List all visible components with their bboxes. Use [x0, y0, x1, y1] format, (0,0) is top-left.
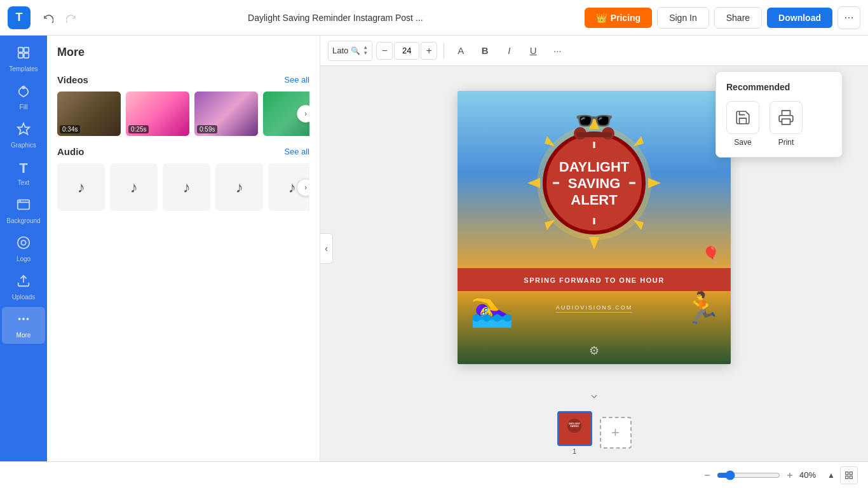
sidebar-item-uploads[interactable]: Uploads	[2, 269, 45, 306]
svg-text:DAYLIGHT: DAYLIGHT	[569, 423, 581, 425]
sidebar-item-more[interactable]: More	[2, 307, 45, 344]
sidebar-item-text[interactable]: T Text	[2, 155, 45, 191]
audio-carousel-next[interactable]: ›	[297, 179, 309, 196]
svg-rect-37	[782, 119, 790, 125]
font-arrow-down: ▼	[363, 51, 368, 56]
uploads-icon	[17, 274, 31, 291]
redo-button[interactable]	[61, 8, 81, 28]
videos-section-header: Videos See all	[57, 74, 309, 85]
zoom-plus-icon	[785, 471, 794, 480]
header-more-button[interactable]: ···	[837, 6, 860, 29]
logo-icon	[17, 236, 31, 253]
svg-rect-41	[846, 471, 848, 474]
text-icon: T	[19, 160, 27, 177]
page-thumb-1[interactable]: DAYLIGHT SAVING	[557, 411, 592, 446]
sidebar-item-background[interactable]: Background	[2, 193, 45, 229]
chevron-down-bar[interactable]	[320, 389, 868, 404]
fill-icon	[17, 84, 31, 101]
panel-content: Videos See all 0:34s 0:25s 0:59s	[47, 64, 320, 461]
character-right: 🏃	[683, 290, 721, 326]
audio-item-3[interactable]: ♪	[163, 163, 210, 211]
zoom-controls: 40% ▲	[703, 470, 835, 480]
audio-see-all[interactable]: See all	[284, 147, 309, 156]
video-thumb-1[interactable]: 0:34s	[57, 92, 121, 136]
svg-point-12	[27, 318, 29, 320]
save-option[interactable]: Save	[726, 101, 759, 147]
pricing-button[interactable]: 👑 Pricing	[585, 8, 652, 28]
page-1-number: 1	[573, 447, 576, 455]
svg-point-7	[18, 237, 29, 248]
main-area: Templates Fill Graphics T Text Backgroun…	[0, 36, 868, 461]
page-1-container: DAYLIGHT SAVING 1	[557, 411, 592, 455]
svg-text:SAVING: SAVING	[568, 175, 621, 191]
header: T Daylight Saving Reminder Instagram Pos…	[0, 0, 868, 36]
sidebar-item-templates[interactable]: Templates	[2, 41, 45, 78]
app-logo[interactable]: T	[8, 6, 31, 29]
zoom-up-button[interactable]: ▲	[827, 471, 835, 480]
zoom-minus-icon	[703, 471, 712, 480]
svg-point-8	[21, 240, 25, 245]
sidebar-item-logo[interactable]: Logo	[2, 231, 45, 268]
text-format-a[interactable]: A	[451, 41, 471, 61]
font-size-decrease[interactable]: −	[376, 42, 393, 60]
design-canvas[interactable]: 🕶️	[458, 91, 731, 364]
sidebar-item-background-label: Background	[6, 217, 40, 224]
audio-grid: ♪ ♪ ♪ ♪ ♪ ›	[57, 163, 309, 211]
collapse-icon: ‹	[325, 243, 328, 254]
zoom-slider[interactable]	[717, 470, 780, 480]
pages-strip: DAYLIGHT SAVING 1 +	[320, 404, 868, 461]
video-thumb-3[interactable]: 0:59s	[194, 92, 258, 136]
font-selector[interactable]: Lato 🔍 ▲ ▼	[328, 41, 372, 61]
panel-title: More	[47, 36, 320, 64]
videos-carousel-next[interactable]: ›	[297, 105, 309, 123]
audio-item-2[interactable]: ♪	[110, 163, 158, 211]
font-size-controls: − +	[376, 42, 437, 60]
video-thumb-2[interactable]: 0:25s	[126, 92, 189, 136]
font-size-input[interactable]	[394, 42, 419, 60]
save-icon-wrap	[726, 101, 759, 134]
svg-text:ALERT: ALERT	[571, 192, 618, 208]
recommended-title: Recommended	[726, 82, 832, 92]
text-toolbar: Lato 🔍 ▲ ▼ − + A B I U ···	[320, 36, 868, 66]
sidebar-item-fill[interactable]: Fill	[2, 79, 45, 116]
sidebar-item-logo-label: Logo	[17, 255, 31, 262]
share-button[interactable]: Share	[714, 7, 762, 29]
undo-button[interactable]	[38, 8, 58, 28]
undo-redo-group	[38, 8, 81, 28]
more-panel: More Videos See all 0:34s 0:25s	[47, 36, 320, 461]
toolbar-divider-1	[444, 43, 444, 58]
header-actions: 👑 Pricing Sign In Share Download ···	[585, 6, 860, 29]
text-bold-button[interactable]: B	[475, 41, 495, 61]
canvas-gear-icon[interactable]: ⚙	[589, 344, 599, 358]
print-option[interactable]: Print	[770, 101, 803, 147]
sidebar-item-more-label: More	[17, 332, 31, 339]
toolbar-more-button[interactable]: ···	[547, 41, 567, 61]
sidebar-item-graphics-label: Graphics	[11, 142, 36, 149]
videos-see-all[interactable]: See all	[284, 75, 309, 85]
download-button[interactable]: Download	[767, 8, 832, 28]
audio-item-4[interactable]: ♪	[215, 163, 263, 211]
add-page-button[interactable]: +	[600, 417, 632, 449]
crown-icon: 👑	[596, 13, 607, 23]
svg-rect-1	[24, 48, 29, 52]
font-size-increase[interactable]: +	[421, 42, 437, 60]
text-italic-button[interactable]: I	[499, 41, 519, 61]
videos-label: Videos	[57, 74, 88, 85]
text-underline-button[interactable]: U	[523, 41, 543, 61]
audio-item-1[interactable]: ♪	[57, 163, 105, 211]
signin-button[interactable]: Sign In	[657, 7, 709, 29]
audio-section-header: Audio See all	[57, 146, 309, 157]
bottom-zoom-bar: 40% ▲	[0, 461, 868, 488]
svg-point-11	[22, 318, 25, 320]
canvas-overlay: 🕶️	[458, 91, 731, 364]
svg-rect-43	[846, 476, 848, 478]
templates-icon	[17, 46, 31, 63]
sidebar: Templates Fill Graphics T Text Backgroun…	[0, 36, 47, 461]
font-search-icon: 🔍	[351, 46, 360, 55]
document-title: Daylight Saving Reminder Instagram Post …	[86, 13, 585, 23]
balloon-right: 🎈	[702, 246, 719, 262]
sidebar-item-graphics[interactable]: Graphics	[2, 117, 45, 154]
layout-view-button[interactable]	[840, 466, 858, 484]
panel-collapse-button[interactable]: ‹	[320, 233, 333, 264]
print-label: Print	[778, 138, 794, 147]
